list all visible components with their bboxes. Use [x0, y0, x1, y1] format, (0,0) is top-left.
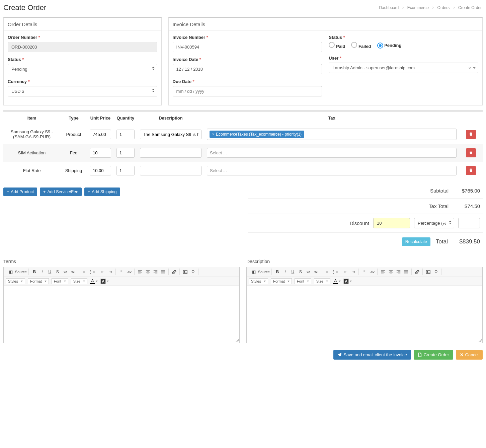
description-textarea[interactable] [247, 286, 482, 343]
blockquote-icon[interactable]: ” [118, 269, 125, 275]
bullet-list-icon[interactable]: ⋮≡ [88, 269, 95, 275]
breadcrumb-item[interactable]: Dashboard [379, 5, 399, 10]
status-radio-paid[interactable]: Paid [329, 42, 345, 49]
indent-icon[interactable]: ⇥ [107, 269, 114, 275]
status-radio-failed[interactable]: Failed [351, 42, 371, 49]
link-icon[interactable] [171, 269, 178, 275]
tax-tag[interactable]: ×EcommerceTaxes (Tax_ecommerce) - priori… [210, 131, 304, 138]
discount-input[interactable] [373, 218, 410, 228]
breadcrumb-item[interactable]: Orders [437, 5, 450, 10]
styles-dropdown[interactable]: Styles [249, 278, 268, 284]
page-title: Create Order [3, 3, 46, 12]
cancel-button[interactable]: ✕ Cancel [456, 350, 483, 360]
font-dropdown[interactable]: Font [52, 278, 68, 284]
source-icon[interactable]: ◧ [250, 269, 257, 275]
align-justify-icon[interactable] [160, 269, 167, 275]
unit-price-input[interactable] [90, 148, 111, 158]
align-right-icon[interactable] [152, 269, 159, 275]
align-justify-icon[interactable] [403, 269, 410, 275]
delete-row-button[interactable] [466, 148, 476, 157]
image-icon[interactable] [425, 269, 432, 275]
text-color-button[interactable]: A [90, 279, 98, 284]
caret-down-icon[interactable] [473, 67, 476, 69]
due-date-input[interactable] [173, 86, 322, 96]
special-char-icon[interactable]: Ω [190, 269, 196, 275]
link-icon[interactable] [414, 269, 421, 275]
recalculate-button[interactable]: Recalculate [402, 237, 430, 246]
tax-select[interactable]: ×EcommerceTaxes (Tax_ecommerce) - priori… [207, 129, 457, 140]
blockquote-icon[interactable]: ” [361, 269, 368, 275]
underline-icon[interactable]: U [290, 269, 296, 275]
italic-icon[interactable]: I [282, 269, 289, 275]
outdent-icon[interactable]: ⇤ [342, 269, 349, 275]
currency-select[interactable]: USD $ [8, 86, 157, 96]
source-icon[interactable]: ◧ [7, 269, 14, 275]
user-select-input[interactable] [329, 63, 478, 73]
invoice-number-input[interactable] [173, 42, 322, 52]
subscript-icon[interactable]: x2 [62, 269, 69, 275]
special-char-icon[interactable]: Ω [433, 269, 439, 275]
italic-icon[interactable]: I [39, 269, 46, 275]
delete-row-button[interactable] [466, 166, 476, 175]
size-dropdown[interactable]: Size [71, 278, 87, 284]
numbered-list-icon[interactable]: ≡ [324, 269, 330, 275]
source-button[interactable]: Source [15, 269, 27, 275]
status-radio-pending[interactable]: Pending [377, 43, 402, 49]
div-icon[interactable]: DIV [369, 269, 376, 275]
styles-dropdown[interactable]: Styles [6, 278, 25, 284]
format-dropdown[interactable]: Format [28, 278, 49, 284]
unit-price-input[interactable] [90, 166, 111, 175]
align-center-icon[interactable] [388, 269, 394, 275]
align-center-icon[interactable] [145, 269, 151, 275]
div-icon[interactable]: DIV [126, 269, 133, 275]
bullet-list-icon[interactable]: ⋮≡ [331, 269, 338, 275]
description-input[interactable] [140, 148, 201, 158]
bold-icon[interactable]: B [274, 269, 281, 275]
quantity-input[interactable] [116, 130, 135, 139]
size-dropdown[interactable]: Size [314, 278, 330, 284]
align-right-icon[interactable] [395, 269, 402, 275]
font-dropdown[interactable]: Font [295, 278, 311, 284]
tag-remove-icon[interactable]: × [212, 132, 215, 137]
resize-handle-icon[interactable] [235, 339, 239, 342]
strikethrough-icon[interactable]: S [54, 269, 61, 275]
align-left-icon[interactable] [380, 269, 387, 275]
add-service-fee-button[interactable]: +Add Service/Fee [40, 188, 82, 196]
add-product-button[interactable]: +Add Product [3, 188, 37, 196]
tax-select[interactable]: Select ... [207, 166, 457, 175]
bold-icon[interactable]: B [31, 269, 38, 275]
create-order-button[interactable]: Create Order [414, 350, 453, 360]
terms-textarea[interactable] [4, 286, 239, 343]
add-shipping-button[interactable]: +Add Shipping [84, 188, 120, 196]
subscript-icon[interactable]: x2 [305, 269, 312, 275]
delete-row-button[interactable] [466, 130, 476, 139]
discount-manual-input[interactable] [458, 218, 480, 228]
invoice-date-input[interactable] [173, 64, 322, 74]
order-status-select[interactable]: Pending [8, 64, 157, 74]
superscript-icon[interactable]: x2 [313, 269, 319, 275]
superscript-icon[interactable]: x2 [70, 269, 76, 275]
image-icon[interactable] [182, 269, 189, 275]
resize-handle-icon[interactable] [478, 339, 482, 342]
source-button[interactable]: Source [258, 269, 270, 275]
clear-icon[interactable]: × [468, 65, 471, 70]
unit-price-input[interactable] [90, 130, 111, 139]
quantity-input[interactable] [116, 148, 135, 158]
indent-icon[interactable]: ⇥ [350, 269, 357, 275]
quantity-input[interactable] [116, 166, 135, 175]
outdent-icon[interactable]: ⇤ [99, 269, 106, 275]
numbered-list-icon[interactable]: ≡ [81, 269, 87, 275]
underline-icon[interactable]: U [47, 269, 53, 275]
bg-color-button[interactable]: A [343, 279, 352, 284]
description-input[interactable] [140, 130, 201, 139]
text-color-button[interactable]: A [333, 279, 341, 284]
align-left-icon[interactable] [137, 269, 144, 275]
bg-color-button[interactable]: A [100, 279, 109, 284]
save-email-button[interactable]: Save and email client the invoice [333, 350, 411, 360]
strikethrough-icon[interactable]: S [297, 269, 304, 275]
tax-select[interactable]: Select ... [207, 148, 457, 158]
discount-type-select[interactable]: Percentage (%) [414, 218, 454, 228]
breadcrumb-item[interactable]: Ecommerce [407, 5, 429, 10]
format-dropdown[interactable]: Format [271, 278, 292, 284]
description-input[interactable] [140, 166, 201, 175]
